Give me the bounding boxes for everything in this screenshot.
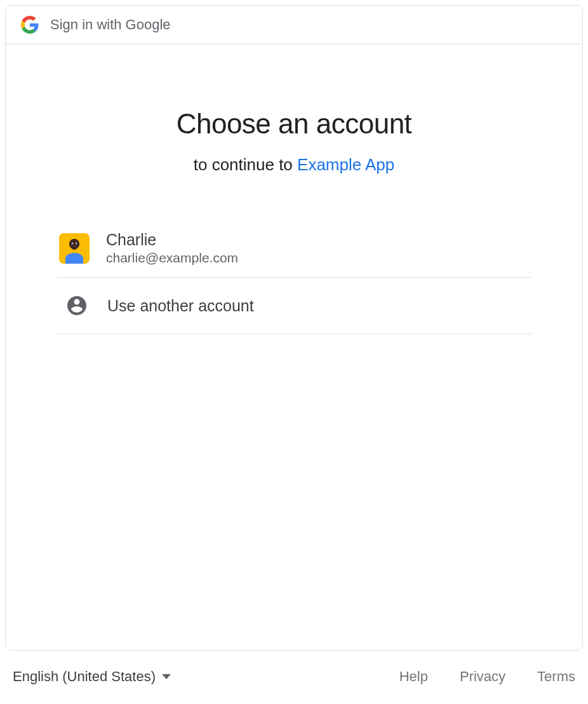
app-link[interactable]: Example App <box>297 155 394 174</box>
account-text: Charlie charlie@example.com <box>106 231 238 266</box>
use-another-account-row[interactable]: Use another account <box>57 278 531 334</box>
use-another-account-label: Use another account <box>107 297 254 315</box>
page-subheading: to continue to Example App <box>57 155 531 175</box>
account-row[interactable]: Charlie charlie@example.com <box>57 219 531 278</box>
help-link[interactable]: Help <box>399 668 428 685</box>
privacy-link[interactable]: Privacy <box>460 668 505 685</box>
account-list: Charlie charlie@example.com Use another … <box>57 219 531 334</box>
chevron-down-icon <box>162 674 171 679</box>
header-bar: Sign in with Google <box>6 6 582 44</box>
account-name: Charlie <box>106 231 238 249</box>
terms-link[interactable]: Terms <box>537 668 575 685</box>
svg-point-4 <box>72 243 72 243</box>
language-label: English (United States) <box>13 668 156 685</box>
signin-card: Sign in with Google Choose an account to… <box>5 5 583 651</box>
subheading-prefix: to continue to <box>194 155 297 174</box>
content-area: Choose an account to continue to Example… <box>6 44 582 650</box>
footer-links: Help Privacy Terms <box>399 668 575 685</box>
language-selector[interactable]: English (United States) <box>13 668 171 685</box>
avatar <box>59 233 90 264</box>
footer: English (United States) Help Privacy Ter… <box>0 656 588 704</box>
person-icon <box>65 294 88 317</box>
header-title: Sign in with Google <box>50 17 171 33</box>
page-heading: Choose an account <box>57 108 531 140</box>
google-logo-icon <box>21 16 39 34</box>
svg-point-5 <box>76 243 76 243</box>
account-email: charlie@example.com <box>106 250 238 266</box>
